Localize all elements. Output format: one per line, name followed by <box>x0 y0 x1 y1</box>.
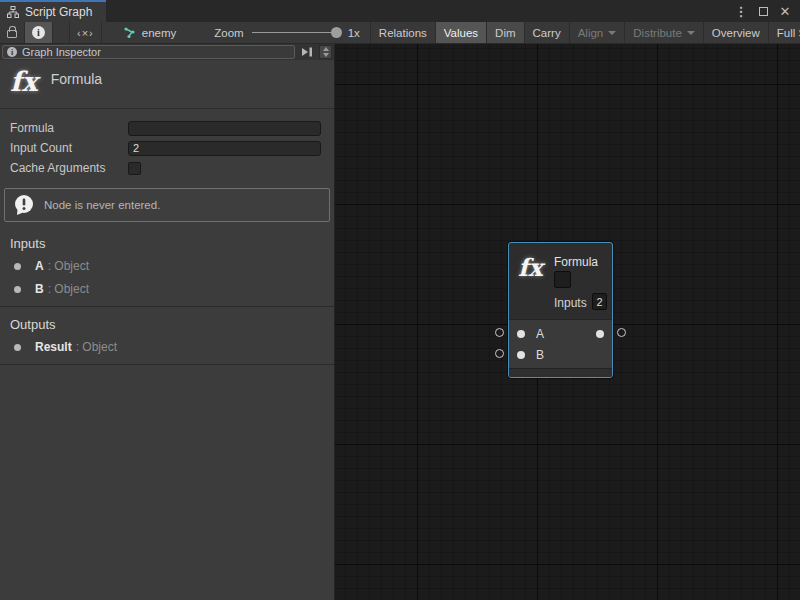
lock-icon <box>7 30 17 38</box>
node-port-row-a: A <box>509 323 612 344</box>
align-dropdown[interactable]: Align <box>570 22 626 43</box>
formula-node[interactable]: fx Formula Inputs 2 A B <box>508 242 613 378</box>
fx-icon: fx <box>518 253 543 282</box>
window-menu-icon[interactable]: ⋮ <box>732 2 750 20</box>
tab-bar-spacer <box>106 0 732 22</box>
port-label: A <box>536 327 544 341</box>
graph-hierarchy-icon <box>7 6 19 18</box>
node-footer <box>509 368 612 377</box>
port-dot-icon <box>14 263 21 270</box>
warning-bubble-icon <box>13 194 35 216</box>
port-dot-icon <box>14 344 21 351</box>
formula-input[interactable] <box>128 121 321 136</box>
output-port-row: Result : Object <box>0 335 334 358</box>
panel-scrubber[interactable] <box>319 45 332 59</box>
lock-button[interactable] <box>0 22 25 43</box>
dim-toggle[interactable]: Dim <box>487 22 524 43</box>
arrow-up-icon <box>323 47 329 51</box>
toolbar-toggles: Relations Values Dim Carry Align Distrib… <box>370 22 800 43</box>
inspector-header-box: i Graph Inspector <box>2 45 295 59</box>
formula-field-label: Formula <box>10 121 128 135</box>
port-dot-icon <box>14 286 21 293</box>
warning-text: Node is never entered. <box>44 199 160 211</box>
tab-bar: Script Graph ⋮ ✕ <box>0 0 800 22</box>
inspector-fields: Formula Input Count Cache Arguments <box>0 109 334 180</box>
csharp-preview-button[interactable]: ‹×› <box>69 22 102 43</box>
zoom-value: 1x <box>348 27 360 39</box>
input-port-row: B : Object <box>0 277 334 300</box>
graph-ref-label: enemy <box>142 27 177 39</box>
zoom-control: Zoom 1x <box>186 22 370 43</box>
external-port-ring[interactable] <box>495 349 504 358</box>
graph-inspector-panel: i Graph Inspector fx Formula <box>0 44 335 600</box>
tab-label: Script Graph <box>25 5 92 19</box>
inspected-node-title: Formula <box>51 69 102 87</box>
external-port-ring[interactable] <box>617 328 626 337</box>
info-icon: i <box>32 26 45 39</box>
fx-icon: fx <box>10 69 38 95</box>
carry-toggle[interactable]: Carry <box>525 22 570 43</box>
input-count-field-row: Input Count <box>10 138 321 158</box>
inspector-title: Graph Inspector <box>22 46 101 58</box>
inspector-header-bar: i Graph Inspector <box>0 44 334 60</box>
close-icon[interactable]: ✕ <box>776 2 794 20</box>
zoom-label: Zoom <box>214 27 243 39</box>
output-port-result[interactable] <box>596 330 604 338</box>
port-label: B <box>536 348 544 362</box>
cache-arguments-label: Cache Arguments <box>10 161 128 175</box>
input-port-a[interactable] <box>517 330 525 338</box>
overview-button[interactable]: Overview <box>704 22 769 43</box>
values-toggle[interactable]: Values <box>436 22 487 43</box>
input-count-label: Input Count <box>10 141 128 155</box>
chevron-down-icon <box>687 31 695 35</box>
graph-toolbar: i ‹×› enemy Zoom 1x Relations Values Dim… <box>0 22 800 44</box>
relations-toggle[interactable]: Relations <box>370 22 436 43</box>
maximize-icon[interactable] <box>754 2 772 20</box>
tab-script-graph[interactable]: Script Graph <box>0 0 106 22</box>
input-port-row: A : Object <box>0 254 334 277</box>
zoom-slider[interactable] <box>252 32 340 33</box>
external-port-ring[interactable] <box>495 328 504 337</box>
node-inputs-label: Inputs <box>554 296 587 310</box>
fullscreen-button[interactable]: Full Screen <box>769 22 800 43</box>
info-icon: i <box>7 47 17 57</box>
formula-node-header: fx Formula Inputs 2 <box>509 243 612 319</box>
input-count-input[interactable] <box>128 141 321 156</box>
script-graph-window: Script Graph ⋮ ✕ i ‹×› enemy Zoom <box>0 0 800 600</box>
node-warning: Node is never entered. <box>4 188 330 222</box>
formula-field-row: Formula <box>10 118 321 138</box>
graph-canvas[interactable]: fx Formula Inputs 2 A B <box>335 44 800 600</box>
inspector-empty-area <box>0 365 334 600</box>
inspector-toggle-button[interactable]: i <box>25 22 53 43</box>
node-ports-section: A B <box>509 319 612 368</box>
node-formula-input[interactable] <box>554 271 571 288</box>
chevron-down-icon <box>608 31 616 35</box>
arrow-down-icon <box>323 53 329 57</box>
node-inputs-value[interactable]: 2 <box>592 293 607 310</box>
outputs-section-header: Outputs <box>0 307 334 335</box>
cache-arguments-checkbox[interactable] <box>128 162 141 175</box>
node-title-block: fx Formula <box>0 60 334 109</box>
script-graph-asset-icon <box>124 27 137 39</box>
inputs-section-header: Inputs <box>0 226 334 254</box>
window-controls: ⋮ ✕ <box>732 0 800 22</box>
node-title: Formula <box>554 255 598 269</box>
node-port-row-b: B <box>509 344 612 365</box>
graph-breadcrumb[interactable]: enemy <box>102 22 187 43</box>
dock-right-icon <box>301 47 313 57</box>
dock-panel-button[interactable] <box>298 45 316 59</box>
zoom-slider-handle[interactable] <box>331 27 342 38</box>
cache-arguments-row: Cache Arguments <box>10 158 321 178</box>
distribute-dropdown[interactable]: Distribute <box>625 22 704 43</box>
code-icon: ‹×› <box>77 27 94 39</box>
input-port-b[interactable] <box>517 351 525 359</box>
